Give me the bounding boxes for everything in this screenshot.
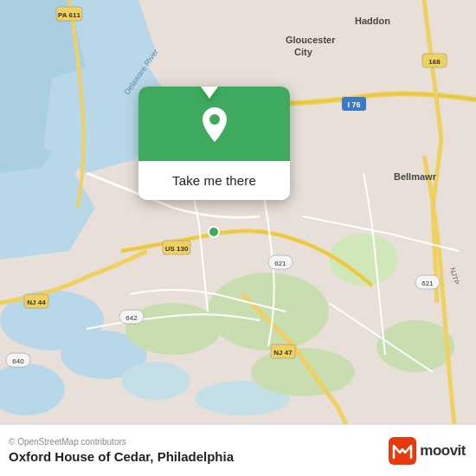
location-pin-icon [194, 104, 235, 145]
moovit-brand-icon [389, 437, 416, 465]
svg-text:PA 611: PA 611 [58, 11, 80, 19]
svg-point-42 [209, 114, 220, 125]
take-me-there-button[interactable]: Take me there [138, 161, 290, 200]
svg-text:640: 640 [12, 357, 24, 365]
map-area: I 76 168 US 130 621 621 NJ 44 642 640 NJ… [0, 0, 476, 424]
moovit-logo: moovit [389, 437, 466, 465]
svg-text:642: 642 [125, 314, 138, 322]
map-svg: I 76 168 US 130 621 621 NJ 44 642 640 NJ… [0, 0, 476, 424]
popup-pointer [201, 87, 218, 99]
svg-point-8 [121, 362, 190, 400]
svg-text:168: 168 [428, 58, 441, 66]
svg-text:Gloucester: Gloucester [286, 35, 336, 45]
svg-text:US 130: US 130 [165, 245, 189, 253]
svg-text:Haddon: Haddon [355, 16, 390, 26]
svg-text:NJ 44: NJ 44 [27, 299, 46, 306]
copyright-text: © OpenStreetMap contributors [9, 437, 234, 447]
svg-text:I 76: I 76 [347, 100, 360, 109]
svg-text:621: 621 [274, 260, 286, 267]
svg-text:621: 621 [421, 280, 434, 287]
popup-card: Take me there [138, 87, 290, 200]
svg-text:City: City [294, 47, 313, 57]
place-title: Oxford House of Cedar, Philadelphia [9, 449, 234, 464]
svg-text:Bellmawr: Bellmawr [394, 171, 437, 182]
svg-text:NJ 47: NJ 47 [273, 349, 293, 357]
svg-point-10 [208, 273, 329, 351]
moovit-text: moovit [420, 442, 466, 460]
bottom-bar: © OpenStreetMap contributors Oxford Hous… [0, 424, 476, 476]
svg-point-14 [376, 320, 454, 372]
bottom-left-info: © OpenStreetMap contributors Oxford Hous… [9, 437, 234, 464]
svg-point-41 [209, 227, 219, 237]
